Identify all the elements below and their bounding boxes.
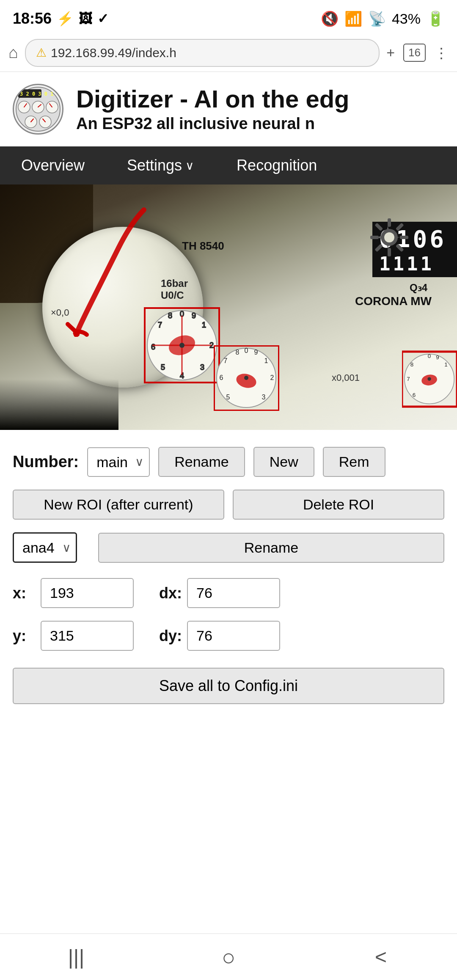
save-config-button[interactable]: Save all to Config.ini <box>13 668 444 704</box>
third-dial-svg: 0 1 8 7 9 6 <box>402 350 457 409</box>
svg-text:2: 2 <box>270 374 274 381</box>
brand-label: CORONA MW <box>355 295 432 308</box>
camera-view: TH 8540 0106 1111 16bar U0/C ×0,0 x0,001… <box>0 184 457 430</box>
svg-text:3 2 0 3 0 1: 3 2 0 3 0 1 <box>20 91 53 97</box>
svg-rect-17 <box>400 236 408 239</box>
dx-input[interactable] <box>187 578 280 608</box>
dy-input[interactable] <box>187 621 280 651</box>
svg-text:3: 3 <box>200 363 204 372</box>
back-icon: ||| <box>68 945 85 969</box>
nav-settings[interactable]: Settings ∨ <box>106 146 215 184</box>
status-left: 18:56 ⚡ 🖼 ✓ <box>13 10 109 28</box>
roi-buttons-row: New ROI (after current) Delete ROI <box>13 490 444 520</box>
svg-text:7: 7 <box>407 376 410 382</box>
svg-rect-16 <box>396 223 404 231</box>
app-logo: 3 2 0 3 0 1 <box>13 84 63 135</box>
number-select-wrapper[interactable]: main sub1 sub2 ∨ <box>87 447 150 477</box>
svg-text:5: 5 <box>161 363 165 372</box>
svg-text:0: 0 <box>245 347 248 354</box>
svg-text:6: 6 <box>413 392 416 398</box>
meter-model-label: TH 8540 <box>182 239 224 253</box>
svg-rect-19 <box>388 248 391 256</box>
return-icon: < <box>375 945 387 969</box>
new-button[interactable]: New <box>253 447 314 477</box>
svg-text:8: 8 <box>168 311 172 320</box>
svg-text:6: 6 <box>151 343 155 351</box>
nav-recognition[interactable]: Recognition <box>215 146 338 184</box>
svg-text:9: 9 <box>192 311 196 320</box>
logo-svg: 3 2 0 3 0 1 <box>15 86 61 132</box>
svg-text:7: 7 <box>158 321 162 329</box>
check-icon: ✓ <box>97 11 109 27</box>
main-dial-svg: 0 1 2 3 4 5 6 7 8 9 <box>144 307 220 383</box>
number-label: Number: <box>13 453 79 471</box>
browser-menu-icon[interactable]: ⋮ <box>434 44 449 61</box>
svg-rect-15 <box>388 218 391 227</box>
svg-text:1: 1 <box>444 361 447 368</box>
y-field-group: y: <box>13 621 134 651</box>
nav-overview[interactable]: Overview <box>0 146 106 184</box>
home-circle-icon: ○ <box>222 944 236 970</box>
image-icon: 🖼 <box>79 11 92 27</box>
url-text: 192.168.99.49/index.h <box>51 46 176 60</box>
roi-rename-button[interactable]: Rename <box>98 533 444 563</box>
y-input[interactable] <box>41 621 134 651</box>
svg-text:0: 0 <box>428 353 431 359</box>
number-select[interactable]: main sub1 sub2 <box>87 447 150 477</box>
new-roi-button[interactable]: New ROI (after current) <box>13 490 224 520</box>
back-button[interactable]: ||| <box>51 940 102 974</box>
pressure-label: 16bar U0/C <box>161 278 188 301</box>
svg-text:8: 8 <box>236 349 240 356</box>
third-dial-container: 0 1 8 7 9 6 <box>402 350 457 410</box>
svg-point-38 <box>179 343 184 348</box>
scale-label-left: ×0,0 <box>51 307 69 318</box>
app-title: Digitizer - AI on the edg <box>76 85 444 113</box>
app-title-block: Digitizer - AI on the edg An ESP32 all i… <box>76 85 444 133</box>
home-nav-button[interactable]: ○ <box>203 940 254 974</box>
browser-actions: + 16 ⋮ <box>386 44 449 62</box>
security-warning-icon: ⚠ <box>36 46 47 60</box>
return-button[interactable]: < <box>355 940 406 974</box>
chevron-down-icon: ∨ <box>185 159 194 173</box>
dx-label: dx: <box>159 584 180 602</box>
roi-select[interactable]: ana1 ana2 ana3 ana4 dig1 <box>13 532 77 563</box>
roi-select-row: ana1 ana2 ana3 ana4 dig1 ∨ Rename <box>13 532 444 563</box>
x-dx-row: x: dx: <box>13 578 444 608</box>
rem-button[interactable]: Rem <box>323 447 385 477</box>
svg-text:1: 1 <box>202 321 206 329</box>
svg-point-14 <box>384 232 394 242</box>
svg-point-51 <box>244 376 248 380</box>
svg-rect-21 <box>370 236 379 239</box>
main-dial-container: 0 1 2 3 4 5 6 7 8 9 <box>144 307 220 385</box>
app-header: 3 2 0 3 0 1 Digitizer - AI on the edg An… <box>0 72 457 146</box>
svg-text:1: 1 <box>264 357 268 364</box>
new-tab-icon[interactable]: + <box>386 44 395 61</box>
q-label: Q₃4 <box>410 282 427 294</box>
second-dial-svg: 0 1 2 3 5 6 7 8 9 <box>214 345 279 411</box>
app-subtitle: An ESP32 all inclusive neural n <box>76 115 444 133</box>
tab-count[interactable]: 16 <box>403 44 426 62</box>
svg-rect-22 <box>374 223 383 231</box>
controls-section: Number: main sub1 sub2 ∨ Rename New Rem … <box>0 430 457 721</box>
mute-icon: 🔇 <box>321 10 339 27</box>
svg-text:9: 9 <box>254 349 258 356</box>
nav-bar: Overview Settings ∨ Recognition <box>0 146 457 184</box>
x-field-group: x: <box>13 578 134 608</box>
browser-bar: ⌂ ⚠ 192.168.99.49/index.h + 16 ⋮ <box>0 34 457 72</box>
wifi-icon: 📶 <box>344 10 362 27</box>
y-dy-row: y: dy: <box>13 621 444 651</box>
rename-button[interactable]: Rename <box>158 447 245 477</box>
bottom-nav: ||| ○ < <box>0 933 457 980</box>
battery-icon: 🔋 <box>427 10 444 27</box>
delete-roi-button[interactable]: Delete ROI <box>233 490 444 520</box>
number-row: Number: main sub1 sub2 ∨ Rename New Rem <box>13 447 444 477</box>
svg-rect-20 <box>374 244 383 252</box>
gear-icon <box>368 216 410 260</box>
status-bar: 18:56 ⚡ 🖼 ✓ 🔇 📶 📡 43% 🔋 <box>0 0 457 34</box>
home-button[interactable]: ⌂ <box>8 44 18 62</box>
svg-text:5: 5 <box>226 394 230 401</box>
x-input[interactable] <box>41 578 134 608</box>
url-bar[interactable]: ⚠ 192.168.99.49/index.h <box>25 39 380 67</box>
svg-point-61 <box>427 377 431 380</box>
roi-select-wrapper[interactable]: ana1 ana2 ana3 ana4 dig1 ∨ <box>13 532 77 563</box>
